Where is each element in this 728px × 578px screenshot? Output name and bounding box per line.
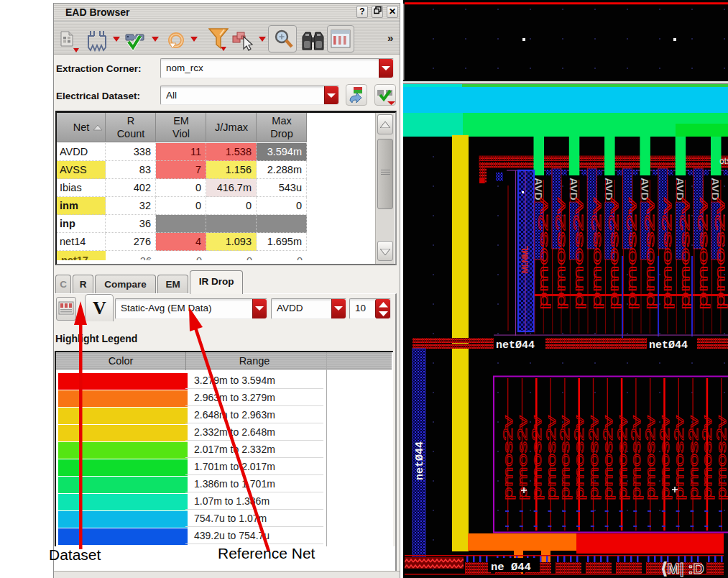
- svg-text:AVD: AVD: [603, 178, 615, 201]
- svg-text:netØ44: netØ44: [496, 339, 535, 352]
- svg-text:pmos2v: pmos2v: [558, 416, 572, 500]
- svg-text:pmos2v: pmos2v: [678, 198, 692, 310]
- svg-text:pmos2v: pmos2v: [713, 198, 727, 310]
- svg-text:netØ44: netØ44: [414, 441, 426, 480]
- svg-text:ots: ots: [719, 156, 728, 166]
- svg-text:pmos2v: pmos2v: [629, 416, 643, 500]
- svg-text:pmos2v: pmos2v: [686, 416, 701, 500]
- svg-text:pmos2v: pmos2v: [586, 416, 601, 500]
- svg-text:⟨M| :D: ⟨M| :D: [661, 560, 704, 577]
- svg-text:netØ44: netØ44: [649, 339, 688, 352]
- svg-text:ne Ø44: ne Ø44: [491, 561, 531, 574]
- svg-text:pmos2v: pmos2v: [515, 416, 530, 500]
- svg-text:pmos2v: pmos2v: [700, 416, 714, 500]
- svg-text:pmos2v: pmos2v: [714, 416, 728, 500]
- svg-text:pmos2v: pmos2v: [643, 416, 658, 500]
- svg-text:pmos2v: pmos2v: [607, 198, 621, 310]
- svg-text:AVD: AVD: [674, 178, 686, 201]
- svg-text:pmos2v: pmos2v: [658, 416, 672, 500]
- svg-text:pmos2v: pmos2v: [589, 198, 604, 310]
- svg-text:pmos2v: pmos2v: [501, 416, 515, 500]
- svg-text:pmos2v: pmos2v: [572, 416, 586, 500]
- svg-text:pmos2v: pmos2v: [625, 198, 639, 310]
- svg-text:AVD: AVD: [709, 178, 722, 201]
- svg-text:pmos2v: pmos2v: [642, 198, 657, 310]
- svg-text:pmos2v: pmos2v: [601, 416, 615, 500]
- svg-text:pmos2v: pmos2v: [696, 198, 710, 310]
- svg-text:Mi.NML: Mi.NML: [520, 246, 529, 273]
- svg-text:pmos2v: pmos2v: [660, 198, 674, 310]
- svg-text:pmos2v: pmos2v: [536, 198, 550, 310]
- svg-text:AVD: AVD: [639, 178, 651, 201]
- svg-text:pmos2v: pmos2v: [672, 416, 686, 500]
- svg-text:pmos2v: pmos2v: [571, 198, 586, 310]
- svg-text:pmos2v: pmos2v: [530, 416, 544, 500]
- svg-text:pmos2v: pmos2v: [615, 416, 630, 500]
- svg-text:pmos2v: pmos2v: [544, 416, 558, 500]
- svg-text:AVD: AVD: [568, 178, 580, 201]
- svg-text:pmos2v: pmos2v: [553, 198, 568, 310]
